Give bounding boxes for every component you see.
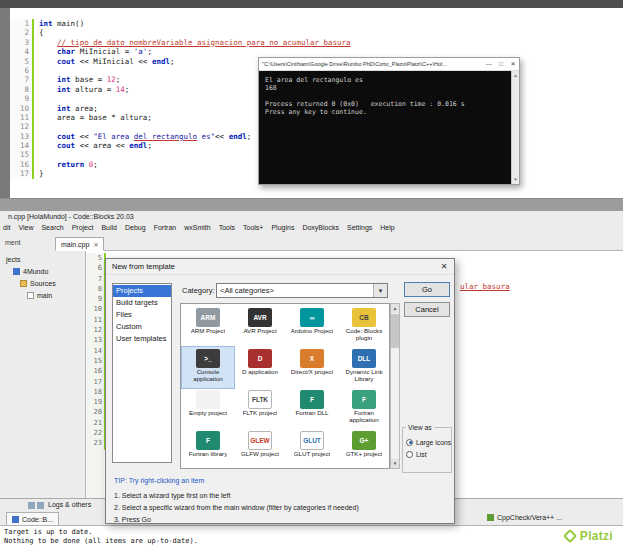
menu-item[interactable]: Tools+ xyxy=(243,224,263,231)
line-number: 16 xyxy=(10,160,32,169)
go-button[interactable]: Go xyxy=(404,282,450,297)
menu-item[interactable]: dit xyxy=(3,224,10,231)
template-item[interactable]: AVRAVR Project xyxy=(234,306,286,347)
menu-item[interactable]: Project xyxy=(72,224,94,231)
menu-item[interactable]: Settings xyxy=(347,224,372,231)
template-item[interactable]: DD application xyxy=(234,347,286,388)
template-item[interactable]: >_Console application xyxy=(182,347,234,388)
folder-icon xyxy=(20,280,27,287)
code-token xyxy=(39,141,57,150)
line-number: 14 xyxy=(10,141,32,150)
template-item[interactable]: FLTKFLTK project xyxy=(234,388,286,429)
code-token: int xyxy=(57,85,71,94)
template-item[interactable]: FFortran library xyxy=(182,429,234,469)
cancel-button[interactable]: Cancel xyxy=(404,302,450,317)
code-token xyxy=(39,104,57,113)
console-titlebar[interactable]: "C:\Users\Cinthiam\Google Drive\Rumbo Ph… xyxy=(259,58,519,71)
menu-item[interactable]: Fortran xyxy=(154,224,177,231)
console-output-line: Process returned 0 (0x0) execution time … xyxy=(265,100,505,108)
close-icon[interactable]: ✕ xyxy=(507,58,519,71)
build-log-tab[interactable]: Code::B... xyxy=(6,512,59,525)
tab-close-icon[interactable]: ✕ xyxy=(93,241,98,248)
dialog-close-icon[interactable]: ✕ xyxy=(434,262,454,271)
platzi-logo-icon xyxy=(563,529,577,543)
view-as-label: View as xyxy=(406,424,434,431)
window-divider xyxy=(0,198,623,211)
menu-item[interactable]: Plugins xyxy=(271,224,294,231)
minimize-icon[interactable]: — xyxy=(483,58,495,71)
menu-bar: ditViewSearchProjectBuildDebugFortranwxS… xyxy=(3,224,395,231)
template-item[interactable]: FFortran DLL xyxy=(286,388,338,429)
wizard-type-item[interactable]: Projects xyxy=(113,285,171,297)
glut-icon: GLUT xyxy=(300,431,324,450)
avr-chip-icon: AVR xyxy=(248,308,272,327)
code-token xyxy=(39,75,57,84)
cppcheck-tab[interactable]: CppCheck/Vera++ ... xyxy=(487,514,562,521)
menu-item[interactable]: DoxyBlocks xyxy=(302,224,339,231)
line-number: 11 xyxy=(10,113,32,122)
menu-item[interactable]: Help xyxy=(380,224,394,231)
view-as-option[interactable]: List xyxy=(406,448,451,460)
code-token: char xyxy=(57,47,75,56)
template-item[interactable]: GLEWGLFW project xyxy=(234,429,286,469)
template-grid: ARMARM ProjectAVRAVR Project∞Arduino Pro… xyxy=(180,303,390,469)
tree-item[interactable]: 4Mundo xyxy=(2,265,84,277)
wizard-type-item[interactable]: Build targets xyxy=(113,297,171,309)
fltk-icon: FLTK xyxy=(248,390,272,409)
code-token: << MiInicial << xyxy=(75,57,152,66)
menu-item[interactable]: Debug xyxy=(125,224,146,231)
console-scrollbar[interactable]: ▲ ▼ xyxy=(511,71,519,184)
menu-item[interactable]: View xyxy=(18,224,33,231)
code-token: base = xyxy=(71,75,107,84)
file-icon xyxy=(27,292,34,299)
code-text: } xyxy=(39,169,44,178)
view-as-option[interactable]: Large icons xyxy=(406,436,451,448)
template-item[interactable]: GLUTGLUT project xyxy=(286,429,338,469)
line-number: 8 xyxy=(10,85,32,94)
template-item-label: Arduino Project xyxy=(291,328,333,335)
dialog-titlebar[interactable]: New from template ✕ xyxy=(106,259,454,275)
line-number: 14 xyxy=(86,346,104,356)
template-item-label: Empty project xyxy=(189,410,227,417)
template-item[interactable]: Empty project xyxy=(182,388,234,429)
scroll-down-icon[interactable]: ▼ xyxy=(391,459,399,468)
template-item[interactable]: ARMARM Project xyxy=(182,306,234,347)
wizard-type-item[interactable]: Files xyxy=(113,309,171,321)
scroll-up-icon[interactable]: ▲ xyxy=(512,71,519,80)
category-dropdown[interactable]: <All categories> ▾ xyxy=(216,283,388,298)
menu-item[interactable]: Tools xyxy=(219,224,235,231)
template-item[interactable]: XDirect/X project xyxy=(286,347,338,388)
tree-item-label: 4Mundo xyxy=(23,268,48,275)
template-item-label: Dynamic Link Library xyxy=(339,369,389,382)
tree-item[interactable]: jects xyxy=(2,253,84,265)
wizard-type-item[interactable]: Custom xyxy=(113,321,171,333)
code-text: // tipo_de_dato nombreVariable asignacio… xyxy=(39,38,351,47)
wizard-type-item[interactable]: User templates xyxy=(113,333,171,345)
code-token: cout xyxy=(57,57,75,66)
line-number: 6 xyxy=(86,263,104,273)
template-item[interactable]: G+GTK+ project xyxy=(338,429,390,469)
scrollbar-thumb[interactable] xyxy=(391,314,399,348)
code-token: int xyxy=(57,104,71,113)
management-panel-tab[interactable]: ment xyxy=(5,239,21,246)
template-item[interactable]: DLLDynamic Link Library xyxy=(338,347,390,388)
code-token: endl xyxy=(152,57,170,66)
template-item[interactable]: ∞Arduino Project xyxy=(286,306,338,347)
menu-item[interactable]: Build xyxy=(101,224,117,231)
code-token: int xyxy=(57,75,71,84)
scroll-down-icon[interactable]: ▼ xyxy=(512,175,519,184)
template-item[interactable]: FFortran application xyxy=(338,388,390,429)
template-grid-scrollbar[interactable]: ▲ ▼ xyxy=(390,303,400,469)
dialog-instructions: 1. Select a wizard type first on the lef… xyxy=(114,490,359,526)
menu-item[interactable]: Search xyxy=(41,224,63,231)
maximize-icon[interactable]: □ xyxy=(495,58,507,71)
change-bar xyxy=(32,47,34,56)
editor-tab-maincpp[interactable]: main.cpp ✕ xyxy=(55,237,104,251)
scroll-up-icon[interactable]: ▲ xyxy=(391,304,399,313)
dialog-instruction: 1. Select a wizard type first on the lef… xyxy=(114,490,359,502)
tree-item[interactable]: main xyxy=(2,289,84,301)
menu-item[interactable]: wxSmith xyxy=(184,224,210,231)
line-number: 20 xyxy=(86,407,104,417)
template-item[interactable]: CBCode::Blocks plugin xyxy=(338,306,390,347)
tree-item[interactable]: Sources xyxy=(2,277,84,289)
